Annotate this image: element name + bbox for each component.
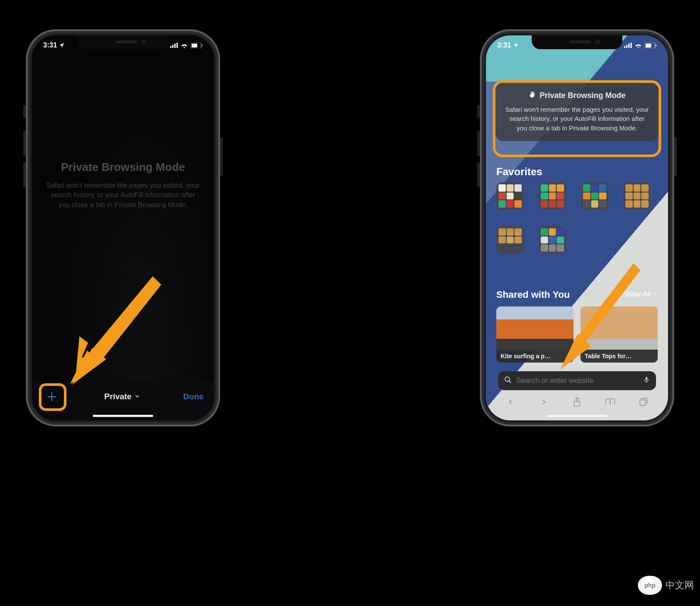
favorites-heading: Favorites	[496, 166, 542, 178]
back-button[interactable]	[502, 393, 519, 410]
favorites-folder[interactable]	[623, 182, 651, 210]
battery-icon	[645, 43, 657, 48]
battery-icon	[191, 43, 203, 48]
shared-item-label: Kite surfing a p…	[496, 350, 574, 363]
forward-button[interactable]	[535, 393, 552, 410]
shared-item-label: Table Tops for…	[580, 350, 658, 363]
share-button[interactable]	[568, 393, 586, 410]
svg-rect-15	[646, 44, 651, 47]
private-mode-title: Private Browsing Mode	[45, 161, 201, 174]
chevron-right-icon	[653, 290, 658, 299]
location-icon	[513, 42, 519, 48]
wifi-icon	[180, 43, 188, 48]
favorites-folder[interactable]	[539, 226, 566, 254]
svg-rect-18	[646, 377, 647, 380]
address-bar[interactable]	[498, 371, 656, 390]
svg-rect-11	[626, 45, 627, 48]
card-title: Private Browsing Mode	[539, 91, 625, 100]
phone-screen-left: 3:31 Priva	[32, 35, 214, 420]
mic-icon[interactable]	[643, 376, 650, 386]
search-input[interactable]	[516, 376, 639, 385]
notch	[78, 35, 168, 49]
cellular-icon	[170, 43, 178, 48]
svg-rect-6	[202, 44, 203, 47]
svg-rect-16	[656, 44, 657, 47]
private-mode-body: Safari won't remember the pages you visi…	[45, 181, 201, 210]
shared-item-thumb	[496, 306, 574, 350]
svg-rect-5	[192, 44, 197, 47]
home-indicator[interactable]	[547, 415, 607, 417]
favorites-grid	[496, 182, 658, 254]
phone-screen-right: 3:31	[486, 35, 668, 420]
private-mode-info: Private Browsing Mode Safari won't remem…	[45, 161, 201, 210]
phone-right: 3:31	[480, 29, 674, 426]
svg-rect-20	[640, 400, 646, 405]
cellular-icon	[624, 43, 632, 48]
tabs-button[interactable]	[635, 393, 652, 410]
location-icon	[59, 42, 65, 48]
safari-toolbar	[486, 393, 668, 414]
svg-rect-1	[172, 45, 173, 48]
power-button	[674, 137, 677, 176]
chevron-down-icon	[134, 392, 140, 401]
done-button[interactable]: Done	[183, 392, 204, 401]
favorites-folder[interactable]	[496, 226, 524, 254]
phone-left: 3:31 Priva	[26, 29, 220, 426]
svg-rect-3	[177, 43, 178, 48]
power-button	[220, 137, 223, 176]
svg-rect-13	[631, 43, 632, 48]
svg-rect-0	[170, 46, 171, 48]
tab-group-selector[interactable]: Private	[104, 392, 140, 401]
shared-with-you-row: Kite surfing a p… Table Tops for…	[496, 306, 658, 363]
favorites-folder[interactable]	[496, 182, 524, 210]
private-mode-card: Private Browsing Mode Safari won't remem…	[495, 83, 659, 141]
svg-point-17	[505, 377, 510, 382]
shared-item-thumb	[580, 306, 658, 350]
shared-item[interactable]: Table Tops for…	[580, 306, 658, 363]
new-tab-button[interactable]	[42, 387, 61, 406]
svg-rect-12	[628, 44, 630, 48]
bookmarks-button[interactable]	[602, 393, 619, 410]
watermark-text: 中文网	[665, 579, 694, 592]
search-icon	[504, 376, 512, 385]
svg-rect-10	[624, 46, 625, 48]
shared-with-you-heading: Shared with You	[496, 289, 570, 300]
favorites-folder[interactable]	[581, 182, 609, 210]
svg-rect-2	[174, 44, 176, 48]
notch	[532, 35, 622, 49]
hand-icon	[528, 91, 536, 101]
status-time: 3:31	[497, 41, 511, 49]
card-body: Safari won't remember the pages you visi…	[504, 105, 650, 133]
show-all-button[interactable]: Show All	[623, 290, 658, 299]
status-time: 3:31	[43, 41, 57, 49]
home-indicator[interactable]	[93, 415, 153, 417]
watermark: php 中文网	[638, 576, 694, 595]
shared-item[interactable]: Kite surfing a p…	[496, 306, 574, 363]
show-all-label: Show All	[623, 290, 651, 299]
wifi-icon	[634, 43, 642, 48]
watermark-badge: php	[638, 576, 662, 595]
favorites-folder[interactable]	[539, 182, 566, 210]
tab-group-label: Private	[104, 392, 132, 401]
